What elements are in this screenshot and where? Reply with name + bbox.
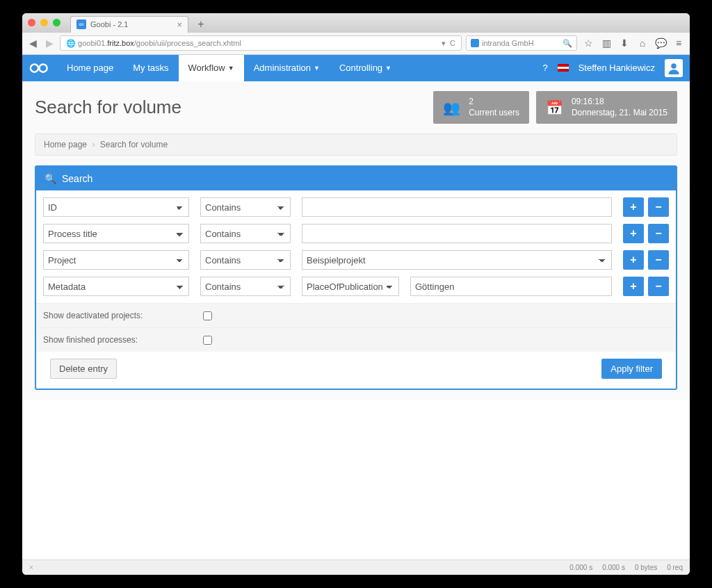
maximize-window-icon[interactable]: [53, 19, 60, 26]
search-placeholder: intranda GmbH: [482, 39, 534, 47]
status-close-icon[interactable]: ×: [29, 564, 33, 571]
operator-select[interactable]: Contains: [200, 197, 291, 217]
operator-select[interactable]: Contains: [200, 250, 291, 270]
search-row: Metadata Contains PlaceOfPublication + −: [43, 277, 669, 296]
nav-workflow[interactable]: Workflow▼: [179, 55, 244, 81]
home-icon[interactable]: ⌂: [636, 38, 649, 49]
menu-icon[interactable]: ≡: [672, 38, 686, 49]
remove-row-button[interactable]: −: [648, 277, 669, 296]
page-header: Search for volume 👥 2 Current users 📅 09…: [22, 81, 690, 133]
close-window-icon[interactable]: [28, 19, 35, 26]
breadcrumb-current: Search for volume: [100, 140, 168, 149]
option-row-finished: Show finished processes:: [36, 327, 676, 352]
apply-filter-button[interactable]: Apply filter: [601, 359, 662, 379]
nav-admin[interactable]: Administration▼: [244, 55, 330, 81]
status-bytes: 0 bytes: [635, 564, 657, 571]
deactivated-checkbox[interactable]: [203, 311, 212, 320]
finished-checkbox[interactable]: [203, 336, 212, 345]
nav-tasks[interactable]: My tasks: [123, 55, 178, 81]
chevron-down-icon: ▼: [314, 65, 320, 72]
url-host: fritz.box: [107, 39, 134, 47]
empty-area: [22, 400, 690, 560]
search-icon: 🔍: [44, 173, 56, 184]
library-icon[interactable]: ▥: [599, 38, 613, 49]
value-input[interactable]: [302, 197, 612, 217]
tab-close-icon[interactable]: ×: [177, 19, 182, 30]
add-row-button[interactable]: +: [623, 197, 644, 217]
add-row-button[interactable]: +: [623, 277, 644, 296]
remove-row-button[interactable]: −: [648, 224, 669, 243]
search-icon: 🔍: [563, 39, 572, 48]
nav-back-icon[interactable]: ◀: [26, 38, 39, 49]
value-select[interactable]: Beispielprojekt: [302, 250, 612, 270]
breadcrumb-separator-icon: ›: [92, 140, 95, 149]
page-title: Search for volume: [35, 97, 426, 118]
operator-select[interactable]: Contains: [200, 277, 291, 296]
globe-icon: 🌐: [66, 39, 76, 48]
value-input[interactable]: [410, 277, 612, 296]
search-row: Process title Contains + −: [43, 224, 669, 243]
current-users-box[interactable]: 👥 2 Current users: [433, 91, 529, 124]
search-row: ID Contains + −: [43, 197, 669, 217]
browser-tab[interactable]: ∞ Goobi - 2.1 ×: [70, 16, 188, 33]
new-tab-button[interactable]: +: [193, 18, 209, 31]
nav-forward-icon: ▶: [43, 38, 56, 49]
field-select[interactable]: Metadata: [43, 277, 189, 296]
address-bar[interactable]: 🌐 goobi01.fritz.box/goobi/uii/process_se…: [60, 35, 462, 51]
browser-search[interactable]: intranda GmbH 🔍: [466, 35, 577, 51]
remove-row-button[interactable]: −: [648, 250, 669, 270]
downloads-icon[interactable]: ⬇: [617, 38, 631, 49]
reader-mode-icon[interactable]: ▾ C: [442, 39, 455, 48]
url-path: /goobi/uii/process_search.xhtml: [134, 39, 241, 47]
status-req: 0 req: [667, 564, 683, 571]
chat-icon[interactable]: 💬: [654, 38, 668, 49]
panel-footer: Delete entry Apply filter: [43, 352, 669, 380]
operator-select[interactable]: Contains: [200, 224, 291, 243]
window-controls: [28, 19, 60, 26]
minimize-window-icon[interactable]: [40, 19, 48, 26]
topbar-right: ? Steffen Hankiewicz: [542, 59, 690, 77]
option-label: Show finished processes:: [43, 335, 203, 345]
search-engine-icon: [471, 39, 479, 47]
panel-body: ID Contains + − Process title Contains +…: [36, 190, 676, 389]
app-logo-icon[interactable]: [22, 62, 57, 74]
app-content: Home page My tasks Workflow▼ Administrat…: [22, 55, 690, 575]
search-row: Project Contains Beispielprojekt + −: [43, 250, 669, 270]
tab-title: Goobi - 2.1: [90, 20, 128, 28]
main-menu: Home page My tasks Workflow▼ Administrat…: [57, 55, 401, 81]
language-flag-icon[interactable]: [558, 64, 569, 72]
favicon-icon: ∞: [76, 19, 86, 29]
nav-controlling[interactable]: Controlling▼: [330, 55, 401, 81]
delete-entry-button[interactable]: Delete entry: [50, 359, 117, 379]
users-count: 2: [469, 97, 519, 108]
nav-home[interactable]: Home page: [57, 55, 123, 81]
url-prefix: goobi01.: [78, 39, 107, 47]
field-select[interactable]: Process title: [43, 224, 189, 243]
svg-point-1: [39, 64, 47, 72]
breadcrumb: Home page › Search for volume: [35, 133, 677, 156]
bookmark-star-icon[interactable]: ☆: [581, 38, 595, 49]
chevron-down-icon: ▼: [385, 65, 391, 72]
current-date: Donnerstag, 21. Mai 2015: [572, 108, 668, 119]
field-select[interactable]: Project: [43, 250, 189, 270]
chevron-down-icon: ▼: [228, 65, 234, 72]
field-select[interactable]: ID: [43, 197, 189, 217]
svg-point-0: [31, 64, 38, 72]
metadata-select[interactable]: PlaceOfPublication: [302, 277, 399, 296]
panel-title: Search: [62, 173, 92, 184]
help-icon[interactable]: ?: [542, 63, 547, 73]
status-time-1: 0.000 s: [569, 564, 592, 571]
add-row-button[interactable]: +: [623, 250, 644, 270]
browser-tab-strip: ∞ Goobi - 2.1 × +: [22, 13, 690, 33]
search-panel: 🔍 Search ID Contains + − Process title C…: [35, 165, 677, 390]
add-row-button[interactable]: +: [623, 224, 644, 243]
option-row-deactivated: Show deactivated projects:: [36, 303, 676, 327]
option-label: Show deactivated projects:: [43, 311, 203, 320]
panel-header: 🔍 Search: [36, 167, 676, 190]
current-user-name[interactable]: Steffen Hankiewicz: [578, 63, 655, 73]
user-avatar-icon[interactable]: [665, 59, 683, 77]
breadcrumb-home[interactable]: Home page: [44, 140, 87, 149]
browser-window: ∞ Goobi - 2.1 × + ◀ ▶ 🌐 goobi01.fritz.bo…: [22, 13, 690, 575]
value-input[interactable]: [302, 224, 612, 243]
remove-row-button[interactable]: −: [648, 197, 669, 217]
